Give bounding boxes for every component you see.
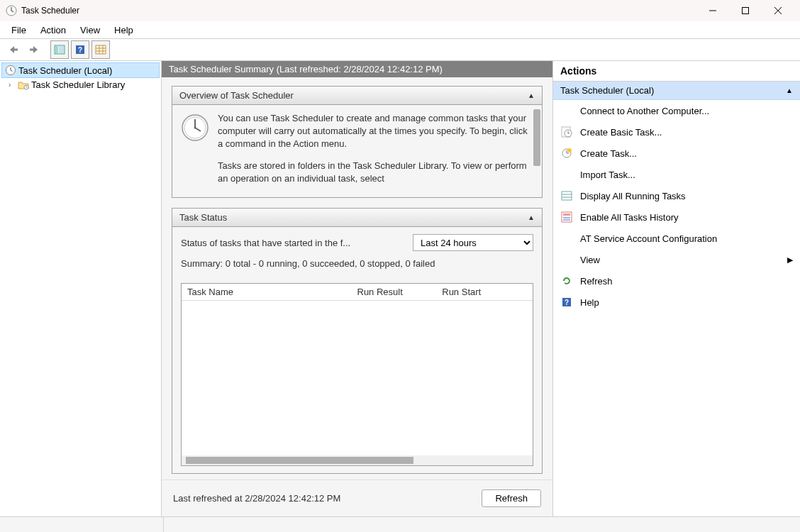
- blank-icon: [560, 104, 573, 117]
- blank-icon: [560, 232, 573, 245]
- overview-header[interactable]: Overview of Task Scheduler ▲: [172, 87, 542, 105]
- svg-rect-29: [563, 219, 570, 221]
- action-display-running[interactable]: Display All Running Tasks: [553, 185, 800, 206]
- chevron-right-icon: ▶: [787, 255, 793, 265]
- actions-subtitle[interactable]: Task Scheduler (Local) ▲: [553, 82, 800, 100]
- tree-root[interactable]: Task Scheduler (Local): [1, 62, 160, 78]
- menu-help[interactable]: Help: [107, 23, 140, 37]
- window-title: Task Scheduler: [21, 6, 79, 16]
- action-refresh[interactable]: Refresh: [553, 270, 800, 292]
- table-hscroll[interactable]: [182, 455, 533, 465]
- tree-panel: Task Scheduler (Local) › Task Scheduler …: [0, 61, 162, 516]
- status-title: Task Status: [179, 212, 227, 223]
- tree-library-label: Task Scheduler Library: [31, 79, 125, 90]
- svg-rect-5: [55, 46, 58, 53]
- action-at-service[interactable]: AT Service Account Configuration: [553, 228, 800, 249]
- minimize-button[interactable]: [696, 0, 729, 21]
- action-create-task[interactable]: Create Task...: [553, 143, 800, 164]
- menubar: File Action View Help: [0, 21, 800, 38]
- svg-point-22: [567, 148, 572, 153]
- list-icon: [560, 189, 573, 202]
- svg-rect-27: [563, 214, 570, 216]
- action-label: Create Task...: [580, 148, 637, 159]
- action-label: Enable All Tasks History: [580, 212, 679, 223]
- svg-rect-6: [59, 46, 64, 53]
- action-label: Display All Running Tasks: [580, 191, 686, 201]
- status-header[interactable]: Task Status ▲: [172, 209, 542, 227]
- svg-text:?: ?: [78, 46, 82, 54]
- action-view[interactable]: View ▶: [553, 249, 800, 270]
- action-label: Refresh: [580, 276, 613, 287]
- nav-back-button[interactable]: [4, 40, 23, 59]
- caret-up-icon: ▲: [528, 92, 535, 99]
- blank-icon: [560, 253, 573, 266]
- action-label: View: [580, 255, 600, 265]
- status-range-select[interactable]: Last 24 hours: [413, 234, 533, 251]
- caret-up-icon: ▲: [528, 214, 535, 221]
- svg-rect-3: [30, 49, 34, 51]
- maximize-button[interactable]: [729, 0, 762, 21]
- action-label: Help: [580, 297, 599, 308]
- menu-action[interactable]: Action: [33, 23, 73, 37]
- action-label: AT Service Account Configuration: [580, 233, 717, 244]
- overview-p2: Tasks are stored in folders in the Task …: [218, 160, 533, 185]
- last-refreshed-text: Last refreshed at 2/28/2024 12:42:12 PM: [173, 493, 340, 504]
- svg-rect-28: [563, 217, 570, 218]
- status-summary: Summary: 0 total - 0 running, 0 succeede…: [181, 258, 533, 269]
- action-create-basic-task[interactable]: Create Basic Task...: [553, 121, 800, 143]
- action-label: Connect to Another Computer...: [580, 106, 709, 116]
- action-enable-history[interactable]: Enable All Tasks History: [553, 206, 800, 228]
- history-icon: [560, 211, 573, 223]
- actions-subtitle-label: Task Scheduler (Local): [560, 85, 654, 96]
- overview-card: Overview of Task Scheduler ▲ You can use…: [172, 86, 543, 198]
- blank-icon: [560, 168, 573, 181]
- statusbar: [0, 516, 800, 532]
- clock-icon: [5, 65, 16, 76]
- toolbar: ?: [0, 39, 800, 60]
- col-task-name[interactable]: Task Name: [187, 287, 357, 297]
- nav-forward-button[interactable]: [25, 40, 43, 59]
- close-button[interactable]: [762, 0, 794, 21]
- action-help[interactable]: ? Help: [553, 292, 800, 313]
- toolbar-spreadsheet-icon[interactable]: [91, 40, 110, 59]
- overview-p1: You can use Task Scheduler to create and…: [218, 112, 533, 151]
- center-panel: Task Scheduler Summary (Last refreshed: …: [162, 61, 553, 516]
- folder-icon: [18, 80, 29, 90]
- toolbar-panes-icon[interactable]: [50, 40, 69, 59]
- action-import-task[interactable]: Import Task...: [553, 164, 800, 185]
- actions-title: Actions: [553, 61, 800, 82]
- svg-rect-1: [743, 8, 749, 14]
- action-label: Create Basic Task...: [580, 127, 662, 138]
- caret-up-icon: ▲: [786, 87, 793, 94]
- status-card: Task Status ▲ Status of tasks that have …: [172, 208, 543, 474]
- overview-scrollbar[interactable]: [533, 109, 540, 166]
- actions-panel: Actions Task Scheduler (Local) ▲ Connect…: [553, 61, 800, 516]
- menu-view[interactable]: View: [73, 23, 107, 37]
- app-clock-icon: [6, 5, 17, 16]
- overview-title: Overview of Task Scheduler: [179, 90, 294, 101]
- chevron-right-icon[interactable]: ›: [9, 81, 16, 89]
- clock-file-icon: [560, 126, 573, 138]
- svg-rect-23: [562, 192, 572, 200]
- svg-point-18: [194, 127, 196, 129]
- status-label: Status of tasks that have started in the…: [181, 238, 406, 248]
- clock-new-icon: [560, 147, 573, 160]
- help-icon: ?: [560, 296, 573, 309]
- action-connect-another-computer[interactable]: Connect to Another Computer...: [553, 100, 800, 121]
- titlebar: Task Scheduler: [0, 0, 800, 21]
- svg-text:?: ?: [565, 299, 569, 306]
- toolbar-help-icon[interactable]: ?: [71, 40, 89, 59]
- clock-big-icon: [181, 113, 209, 142]
- col-run-result[interactable]: Run Result: [357, 287, 443, 297]
- status-table: Task Name Run Result Run Start: [181, 283, 533, 466]
- menu-file[interactable]: File: [4, 23, 33, 37]
- actions-list: Connect to Another Computer... Create Ba…: [553, 100, 800, 313]
- action-label: Import Task...: [580, 170, 635, 180]
- svg-rect-2: [13, 49, 18, 51]
- tree-library[interactable]: › Task Scheduler Library: [1, 78, 160, 92]
- center-header: Task Scheduler Summary (Last refreshed: …: [162, 61, 552, 77]
- center-footer: Last refreshed at 2/28/2024 12:42:12 PM …: [162, 480, 552, 516]
- refresh-icon: [560, 275, 573, 287]
- col-run-start[interactable]: Run Start: [442, 287, 527, 297]
- refresh-button[interactable]: Refresh: [482, 489, 541, 507]
